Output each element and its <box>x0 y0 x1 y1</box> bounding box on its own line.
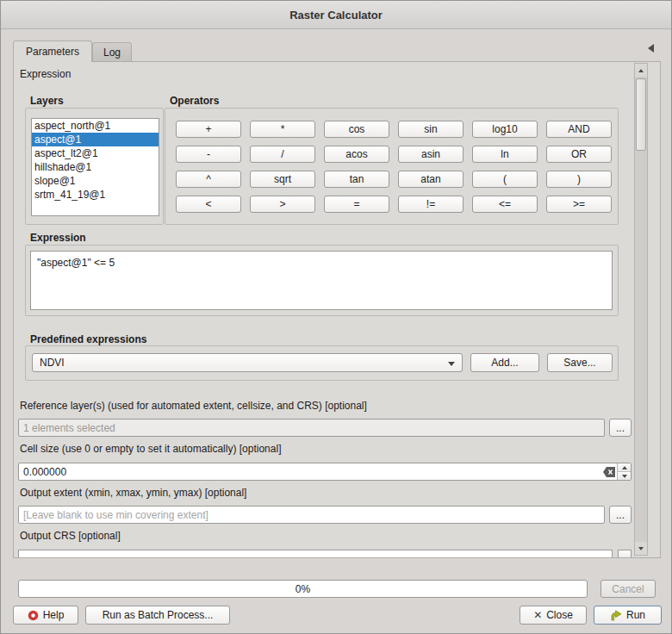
operator-button-less-than[interactable]: < <box>176 196 241 213</box>
operator-button-log10[interactable]: log10 <box>472 121 538 138</box>
tab-parameters[interactable]: Parameters <box>13 40 92 62</box>
run-icon <box>610 610 622 621</box>
scrollbar-thumb[interactable] <box>636 78 646 151</box>
layer-item-aspect-lt2[interactable]: aspect_lt2@1 <box>32 146 159 160</box>
layer-item-aspect-selected[interactable]: aspect@1 <box>32 133 159 146</box>
operator-button-close-paren[interactable]: ) <box>546 171 612 188</box>
tab-log[interactable]: Log <box>92 42 132 62</box>
spin-down-icon[interactable] <box>618 472 631 480</box>
layer-item-srtm[interactable]: srtm_41_19@1 <box>32 188 159 202</box>
operator-button-atan[interactable]: atan <box>398 171 464 188</box>
output-extent-label: Output extent (xmin, xmax, ymin, ymax) [… <box>20 487 246 499</box>
operator-button-multiply[interactable]: * <box>250 121 315 138</box>
cell-size-label: Cell size (use 0 or empty to set it auto… <box>20 443 281 455</box>
progress-bar: 0% <box>18 580 588 598</box>
expression-editor[interactable]: "aspect@1" <= 5 <box>30 251 613 310</box>
add-expression-button[interactable]: Add... <box>470 353 539 372</box>
output-crs-label: Output CRS [optional] <box>20 530 121 542</box>
operator-button-asin[interactable]: asin <box>398 146 464 163</box>
operator-button-greater-than[interactable]: > <box>250 196 315 213</box>
run-button-label: Run <box>626 609 645 621</box>
expression-heading: Expression <box>20 68 71 80</box>
operator-button-divide[interactable]: / <box>250 146 315 163</box>
tab-log-label: Log <box>103 47 121 59</box>
predefined-group-label: Predefined expressions <box>30 333 146 345</box>
operator-button-greater-equal[interactable]: >= <box>546 196 612 213</box>
operator-button-and[interactable]: AND <box>546 121 612 138</box>
close-button-label: Close <box>546 609 573 621</box>
expression-group-label: Expression <box>30 232 86 244</box>
operator-button-or[interactable]: OR <box>546 146 612 163</box>
vertical-scrollbar[interactable] <box>634 63 648 556</box>
left-arrow-icon <box>648 44 654 53</box>
operator-button-less-equal[interactable]: <= <box>472 196 538 213</box>
clear-text-icon[interactable] <box>601 463 617 480</box>
backspace-icon <box>603 467 615 477</box>
layer-item-slope[interactable]: slope@1 <box>32 174 159 188</box>
help-button[interactable]: Help <box>13 606 78 625</box>
save-expression-button[interactable]: Save... <box>547 353 613 372</box>
cancel-button[interactable]: Cancel <box>600 580 656 598</box>
run-button[interactable]: Run <box>594 606 662 625</box>
progress-text: 0% <box>296 583 310 595</box>
reference-layers-field[interactable] <box>19 420 604 436</box>
predefined-selected-value: NDVI <box>40 357 65 369</box>
close-button[interactable]: ✕ Close <box>520 606 587 625</box>
tab-scroll-left-icon[interactable] <box>642 40 659 56</box>
scroll-up-icon[interactable] <box>635 64 647 77</box>
cell-size-field-wrap <box>18 463 632 481</box>
operator-button-sin[interactable]: sin <box>398 121 464 138</box>
reference-layers-label: Reference layer(s) (used for automated e… <box>20 400 367 412</box>
operator-button-open-paren[interactable]: ( <box>472 171 538 188</box>
run-as-batch-button[interactable]: Run as Batch Process... <box>85 606 230 625</box>
output-extent-browse-button[interactable]: ... <box>609 506 632 524</box>
layer-item-hillshade[interactable]: hillshade@1 <box>32 160 159 174</box>
operator-button-acos[interactable]: acos <box>324 146 389 163</box>
operator-button-not-equal[interactable]: != <box>398 196 464 213</box>
operator-button-plus[interactable]: + <box>176 121 241 138</box>
spin-up-icon[interactable] <box>618 463 631 472</box>
output-extent-field-wrap <box>18 506 605 524</box>
operator-button-tan[interactable]: tan <box>324 171 389 188</box>
cell-size-spinner <box>617 463 631 480</box>
titlebar: Raster Calculator <box>1 1 671 29</box>
raster-calculator-dialog: Raster Calculator Log Parameters Express… <box>0 0 672 634</box>
help-button-label: Help <box>43 609 65 621</box>
output-extent-field[interactable] <box>19 507 604 523</box>
output-crs-field[interactable] <box>18 550 613 557</box>
reference-layers-field-wrap <box>18 419 605 437</box>
reference-layers-browse-button[interactable]: ... <box>609 419 632 437</box>
predefined-expressions-dropdown[interactable]: NDVI <box>32 353 463 372</box>
window-title: Raster Calculator <box>289 9 383 22</box>
layers-group-label: Layers <box>30 95 64 107</box>
operator-button-cos[interactable]: cos <box>324 121 389 138</box>
layer-item-aspect-north[interactable]: aspect_north@1 <box>32 119 159 133</box>
help-icon <box>28 610 39 621</box>
operators-group-label: Operators <box>170 95 219 107</box>
layers-list[interactable]: aspect_north@1 aspect@1 aspect_lt2@1 hil… <box>31 118 159 216</box>
cell-size-field[interactable] <box>19 463 601 480</box>
operators-grid: + * cos sin log10 AND - / acos asin ln O… <box>176 121 612 213</box>
tab-parameters-label: Parameters <box>26 46 79 58</box>
scroll-down-icon[interactable] <box>635 542 647 555</box>
chevron-down-icon <box>448 362 455 366</box>
operator-button-sqrt[interactable]: sqrt <box>250 171 315 188</box>
close-icon: ✕ <box>533 609 542 621</box>
operator-button-ln[interactable]: ln <box>472 146 538 163</box>
operator-button-power[interactable]: ^ <box>176 171 241 188</box>
output-crs-browse-button[interactable] <box>618 550 632 557</box>
operator-button-equal[interactable]: = <box>324 196 389 213</box>
operator-button-minus[interactable]: - <box>176 146 241 163</box>
